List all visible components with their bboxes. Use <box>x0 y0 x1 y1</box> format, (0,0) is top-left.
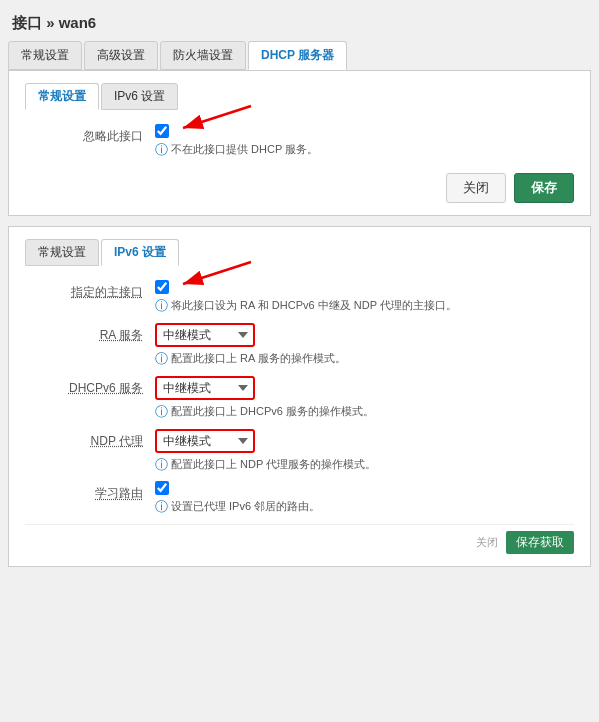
panel1-btn-row: 关闭 保存 <box>25 173 574 203</box>
top-tab-bar: 常规设置 高级设置 防火墙设置 DHCP 服务器 <box>8 41 591 70</box>
ignore-checkbox-row <box>155 124 574 138</box>
page-wrapper: 接口 » wan6 常规设置 高级设置 防火墙设置 DHCP 服务器 常规设置 … <box>0 0 599 575</box>
dhcpv6-service-select[interactable]: 中继模式 服务器模式 禁用 <box>155 376 255 400</box>
learn-routes-hint: ⓘ 设置已代理 IPv6 邻居的路由。 <box>155 499 574 516</box>
ndp-proxy-hint: ⓘ 配置此接口上 NDP 代理服务的操作模式。 <box>155 457 574 474</box>
ra-service-label: RA 服务 <box>25 323 155 344</box>
sub-tab-ipv6-2[interactable]: IPv6 设置 <box>101 239 179 266</box>
ignore-interface-checkbox[interactable] <box>155 124 169 138</box>
dhcpv6-service-control: 中继模式 服务器模式 禁用 ⓘ 配置此接口上 DHCPv6 服务的操作模式。 <box>155 376 574 421</box>
learn-routes-checkbox-row <box>155 481 574 495</box>
breadcrumb-prefix: 接口 <box>12 14 42 31</box>
designated-master-label: 指定的主接口 <box>25 280 155 301</box>
ndp-proxy-row: NDP 代理 中继模式 服务器模式 禁用 ⓘ 配置此接口上 NDP 代理服务的操… <box>25 429 574 474</box>
tab-firewall[interactable]: 防火墙设置 <box>160 41 246 70</box>
sub-tab-bar-1: 常规设置 IPv6 设置 <box>25 83 574 110</box>
designated-master-hint: ⓘ 将此接口设为 RA 和 DHCPv6 中继及 NDP 代理的主接口。 <box>155 298 574 315</box>
watermark-text: 关闭 <box>476 535 498 550</box>
learn-routes-label: 学习路由 <box>25 481 155 502</box>
learn-routes-row: 学习路由 ⓘ 设置已代理 IPv6 邻居的路由。 <box>25 481 574 516</box>
designated-master-checkbox[interactable] <box>155 280 169 294</box>
dhcpv6-service-label: DHCPv6 服务 <box>25 376 155 397</box>
panel-dhcp: 常规设置 IPv6 设置 忽略此接口 <box>8 70 591 216</box>
save-button-1[interactable]: 保存 <box>514 173 574 203</box>
sub-tab-ipv6-1[interactable]: IPv6 设置 <box>101 83 178 110</box>
ra-service-control: 中继模式 服务器模式 禁用 ⓘ 配置此接口上 RA 服务的操作模式。 <box>155 323 574 368</box>
panel-ipv6: 常规设置 IPv6 设置 指定的主接口 <box>8 226 591 567</box>
designated-master-control: ⓘ 将此接口设为 RA 和 DHCPv6 中继及 NDP 代理的主接口。 <box>155 280 574 315</box>
ra-service-row: RA 服务 中继模式 服务器模式 禁用 ⓘ 配置此接口上 RA 服务的操作模式。 <box>25 323 574 368</box>
ignore-interface-control: ⓘ 不在此接口提供 DHCP 服务。 <box>155 124 574 159</box>
ra-service-hint: ⓘ 配置此接口上 RA 服务的操作模式。 <box>155 351 574 368</box>
hint-icon-6: ⓘ <box>155 499 168 516</box>
tab-advanced[interactable]: 高级设置 <box>84 41 158 70</box>
learn-routes-control: ⓘ 设置已代理 IPv6 邻居的路由。 <box>155 481 574 516</box>
breadcrumb-separator: » <box>46 14 54 31</box>
ignore-interface-hint: ⓘ 不在此接口提供 DHCP 服务。 <box>155 142 574 159</box>
hint-icon-5: ⓘ <box>155 457 168 474</box>
sub-tab-general-2[interactable]: 常规设置 <box>25 239 99 266</box>
ignore-interface-label: 忽略此接口 <box>25 124 155 145</box>
watermark-save-btn[interactable]: 保存获取 <box>506 531 574 554</box>
sub-tab-bar-2: 常规设置 IPv6 设置 <box>25 239 574 266</box>
breadcrumb-page: wan6 <box>59 14 97 31</box>
tab-general[interactable]: 常规设置 <box>8 41 82 70</box>
dhcpv6-select-wrapper: 中继模式 服务器模式 禁用 <box>155 376 574 400</box>
tab-dhcp[interactable]: DHCP 服务器 <box>248 41 347 70</box>
hint-icon-3: ⓘ <box>155 351 168 368</box>
hint-icon-1: ⓘ <box>155 142 168 159</box>
sub-tab-general-1[interactable]: 常规设置 <box>25 83 99 110</box>
designated-checkbox-row <box>155 280 574 294</box>
designated-master-row: 指定的主接口 ⓘ 将此接口设为 <box>25 280 574 315</box>
ndp-proxy-label: NDP 代理 <box>25 429 155 450</box>
learn-routes-checkbox[interactable] <box>155 481 169 495</box>
ndp-proxy-control: 中继模式 服务器模式 禁用 ⓘ 配置此接口上 NDP 代理服务的操作模式。 <box>155 429 574 474</box>
ndp-proxy-select[interactable]: 中继模式 服务器模式 禁用 <box>155 429 255 453</box>
ra-select-wrapper: 中继模式 服务器模式 禁用 <box>155 323 574 347</box>
ignore-interface-row: 忽略此接口 ⓘ 不在此接口提供 <box>25 124 574 159</box>
watermark-bar: 关闭 保存获取 <box>25 524 574 554</box>
breadcrumb: 接口 » wan6 <box>8 8 591 41</box>
dhcpv6-service-row: DHCPv6 服务 中继模式 服务器模式 禁用 ⓘ 配置此接口上 DHCPv6 … <box>25 376 574 421</box>
ndp-select-wrapper: 中继模式 服务器模式 禁用 <box>155 429 574 453</box>
ra-service-select[interactable]: 中继模式 服务器模式 禁用 <box>155 323 255 347</box>
close-button-1[interactable]: 关闭 <box>446 173 506 203</box>
hint-icon-4: ⓘ <box>155 404 168 421</box>
hint-icon-2: ⓘ <box>155 298 168 315</box>
dhcpv6-service-hint: ⓘ 配置此接口上 DHCPv6 服务的操作模式。 <box>155 404 574 421</box>
